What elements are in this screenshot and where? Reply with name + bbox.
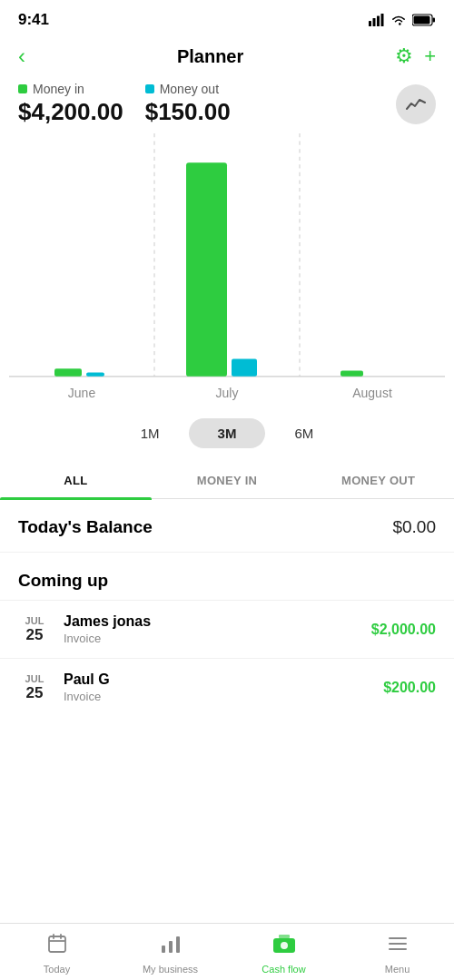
transaction-info: Paul G Invoice bbox=[64, 671, 370, 703]
filter-tabs: ALL MONEY IN MONEY OUT bbox=[0, 461, 454, 499]
time-range-selector: 1M 3M 6M bbox=[0, 406, 454, 461]
transaction-type: Invoice bbox=[64, 632, 359, 645]
tab-all[interactable]: ALL bbox=[0, 461, 152, 498]
transaction-amount: $200.00 bbox=[383, 680, 436, 696]
transaction-month: JUL bbox=[18, 615, 51, 626]
transaction-item[interactable]: JUL 25 James jonas Invoice $2,000.00 bbox=[0, 600, 454, 658]
nav-business-label: My business bbox=[143, 964, 198, 975]
svg-point-26 bbox=[281, 942, 288, 949]
transaction-day: 25 bbox=[18, 626, 51, 644]
balance-value: $0.00 bbox=[392, 517, 436, 537]
menu-icon bbox=[387, 933, 409, 960]
status-bar: 9:41 bbox=[0, 0, 454, 34]
transaction-day: 25 bbox=[18, 684, 51, 702]
transaction-info: James jonas Invoice bbox=[64, 613, 359, 645]
money-in-legend: Money in $4,200.00 bbox=[18, 82, 123, 126]
svg-rect-10 bbox=[54, 368, 82, 377]
add-button[interactable]: + bbox=[424, 44, 436, 68]
money-out-label: Money out bbox=[160, 82, 219, 96]
nav-my-business[interactable]: My business bbox=[139, 933, 202, 975]
signal-icon bbox=[369, 14, 385, 26]
svg-rect-18 bbox=[49, 936, 65, 952]
tab-money-out[interactable]: MONEY OUT bbox=[302, 461, 454, 498]
time-1m-button[interactable]: 1M bbox=[112, 418, 189, 448]
svg-rect-27 bbox=[279, 935, 290, 938]
money-out-dot bbox=[145, 84, 154, 93]
nav-today[interactable]: Today bbox=[25, 933, 89, 975]
balance-label: Today's Balance bbox=[18, 517, 153, 537]
transaction-month: JUL bbox=[18, 673, 51, 684]
coming-up-header: Coming up bbox=[0, 553, 454, 600]
nav-cashflow-label: Cash flow bbox=[262, 964, 305, 975]
chart-toggle-button[interactable] bbox=[396, 84, 436, 124]
svg-rect-2 bbox=[377, 16, 380, 27]
money-in-label: Money in bbox=[33, 82, 84, 96]
money-in-value: $4,200.00 bbox=[18, 98, 123, 126]
battery-icon bbox=[412, 14, 436, 26]
money-out-legend: Money out $150.00 bbox=[145, 82, 231, 126]
svg-rect-5 bbox=[433, 18, 436, 23]
transaction-amount: $2,000.00 bbox=[371, 622, 436, 638]
cash-flow-icon bbox=[271, 933, 297, 960]
transaction-item[interactable]: JUL 25 Paul G Invoice $200.00 bbox=[0, 658, 454, 716]
wifi-icon bbox=[390, 14, 407, 26]
status-time: 9:41 bbox=[18, 11, 49, 29]
svg-rect-24 bbox=[176, 936, 180, 953]
svg-rect-22 bbox=[162, 946, 165, 953]
transaction-date: JUL 25 bbox=[18, 673, 51, 702]
money-in-dot bbox=[18, 84, 27, 93]
nav-menu[interactable]: Menu bbox=[366, 933, 429, 975]
svg-rect-11 bbox=[86, 373, 104, 377]
bar-chart: June July August bbox=[0, 133, 454, 406]
today-icon bbox=[46, 933, 68, 960]
svg-text:August: August bbox=[352, 386, 392, 401]
svg-rect-0 bbox=[369, 21, 371, 26]
back-button[interactable]: ‹ bbox=[18, 44, 25, 69]
legend-row: Money in $4,200.00 Money out $150.00 bbox=[0, 82, 454, 133]
svg-rect-13 bbox=[232, 359, 257, 377]
transaction-name: Paul G bbox=[64, 671, 370, 688]
page-title: Planner bbox=[177, 46, 243, 67]
business-icon bbox=[160, 933, 182, 960]
svg-rect-3 bbox=[381, 14, 384, 26]
chart-svg: June July August bbox=[9, 133, 445, 406]
settings-button[interactable]: ⚙ bbox=[395, 44, 413, 68]
transaction-type: Invoice bbox=[64, 690, 370, 703]
svg-rect-1 bbox=[373, 18, 376, 26]
bottom-navigation: Today My business Cash flow bbox=[0, 923, 454, 980]
svg-rect-6 bbox=[414, 16, 430, 24]
svg-rect-12 bbox=[186, 162, 227, 377]
nav-menu-label: Menu bbox=[385, 964, 410, 975]
header-actions: ⚙ + bbox=[395, 44, 436, 68]
svg-text:June: June bbox=[68, 386, 95, 401]
svg-rect-14 bbox=[340, 370, 363, 376]
nav-today-label: Today bbox=[44, 964, 70, 975]
balance-row: Today's Balance $0.00 bbox=[0, 499, 454, 553]
svg-text:July: July bbox=[216, 386, 240, 401]
app-header: ‹ Planner ⚙ + bbox=[0, 34, 454, 82]
tab-money-in[interactable]: MONEY IN bbox=[152, 461, 303, 498]
nav-cash-flow[interactable]: Cash flow bbox=[252, 933, 316, 975]
money-out-value: $150.00 bbox=[145, 98, 231, 126]
trend-icon bbox=[406, 97, 426, 112]
transaction-name: James jonas bbox=[64, 613, 359, 630]
status-icons bbox=[369, 14, 436, 26]
time-3m-button[interactable]: 3M bbox=[189, 418, 266, 448]
svg-rect-23 bbox=[169, 941, 173, 953]
time-6m-button[interactable]: 6M bbox=[265, 418, 342, 448]
transaction-date: JUL 25 bbox=[18, 615, 51, 644]
